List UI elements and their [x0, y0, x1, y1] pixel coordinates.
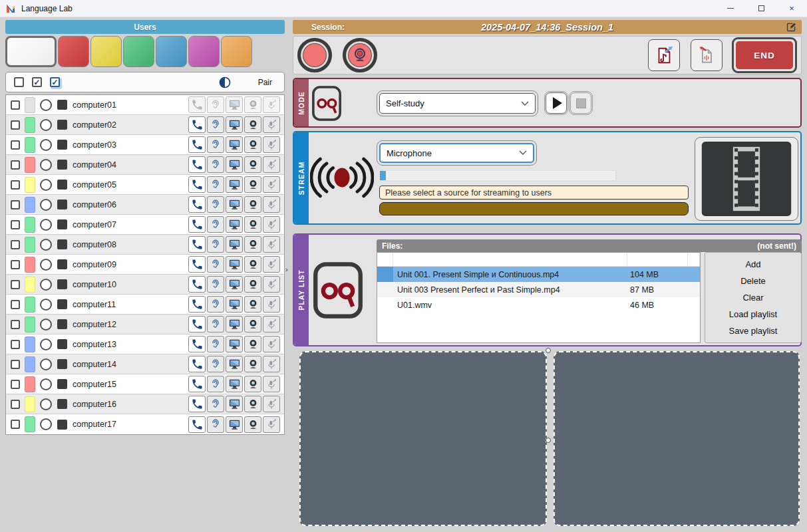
share-mic-button[interactable]	[263, 356, 280, 372]
webcam-button[interactable]	[244, 376, 261, 392]
listen-button[interactable]	[207, 296, 224, 313]
mode-select[interactable]: Self-study	[379, 93, 536, 114]
watch-screen-button[interactable]	[226, 416, 243, 433]
webcam-button[interactable]	[244, 276, 261, 293]
watch-screen-button[interactable]	[226, 316, 243, 332]
webcam-button[interactable]	[244, 136, 261, 153]
video-preview-button[interactable]	[695, 137, 798, 221]
computer-color-chip[interactable]	[25, 257, 35, 273]
listen-button[interactable]	[207, 156, 224, 173]
webcam-button[interactable]	[244, 176, 261, 193]
listen-button[interactable]	[207, 316, 224, 332]
computer-radio[interactable]	[40, 358, 52, 370]
share-mic-button[interactable]	[263, 196, 280, 213]
computer-checkbox[interactable]	[11, 200, 20, 209]
computer-radio[interactable]	[40, 179, 52, 191]
file-row[interactable]: Unit 001. Present Simple и Continuous.mp…	[377, 267, 700, 282]
delete-button[interactable]: Delete	[705, 276, 801, 286]
computer-radio[interactable]	[40, 139, 52, 151]
edit-session-icon[interactable]	[786, 21, 797, 33]
computer-radio[interactable]	[40, 338, 52, 350]
maximize-button[interactable]	[746, 0, 776, 17]
call-button[interactable]	[188, 216, 206, 233]
call-button[interactable]	[188, 156, 206, 173]
watch-screen-button[interactable]	[226, 356, 243, 372]
computer-radio[interactable]	[40, 398, 52, 410]
computer-checkbox[interactable]	[11, 100, 20, 110]
webcam-button[interactable]	[244, 396, 261, 412]
call-button[interactable]	[188, 336, 206, 352]
end-session-button[interactable]: END	[736, 41, 793, 69]
user-color-swatch-yellow[interactable]	[90, 36, 122, 67]
computer-radio[interactable]	[40, 219, 52, 231]
computer-color-chip[interactable]	[25, 277, 35, 293]
select-active-checkbox[interactable]	[50, 77, 60, 87]
webcam-button[interactable]	[244, 216, 261, 233]
computer-radio[interactable]	[40, 299, 52, 311]
user-color-swatch-magenta[interactable]	[188, 36, 220, 67]
listen-button[interactable]	[207, 416, 224, 433]
computer-checkbox[interactable]	[11, 400, 20, 409]
playlist-cassette-icon[interactable]	[313, 261, 363, 322]
share-mic-button[interactable]	[263, 396, 280, 412]
watch-screen-button[interactable]	[226, 156, 243, 173]
splitter-handle-top[interactable]	[546, 348, 551, 353]
computer-checkbox[interactable]	[11, 260, 20, 269]
call-button[interactable]	[188, 116, 206, 133]
computer-radio[interactable]	[40, 99, 52, 111]
clear-button[interactable]: Clear	[705, 293, 801, 303]
record-audio-button[interactable]	[297, 38, 332, 72]
webcam-button[interactable]	[244, 416, 261, 433]
computer-checkbox[interactable]	[11, 360, 20, 369]
watch-screen-button[interactable]	[226, 136, 243, 153]
splitter-handle-middle[interactable]	[546, 438, 551, 443]
call-button[interactable]	[188, 316, 206, 332]
watch-screen-button[interactable]	[226, 336, 243, 352]
computer-color-chip[interactable]	[25, 396, 35, 412]
watch-screen-button[interactable]	[226, 116, 243, 133]
computer-radio[interactable]	[40, 119, 52, 131]
webcam-button[interactable]	[244, 316, 261, 332]
stream-source-select[interactable]: Microphone	[379, 143, 534, 163]
listen-button[interactable]	[207, 116, 224, 133]
play-button[interactable]	[546, 92, 567, 114]
add-button[interactable]: Add	[705, 259, 801, 269]
webcam-button[interactable]	[244, 296, 261, 313]
computer-color-chip[interactable]	[25, 336, 35, 352]
computer-checkbox[interactable]	[11, 140, 20, 150]
user-color-swatch-blue[interactable]	[156, 36, 187, 67]
computer-color-chip[interactable]	[25, 317, 35, 332]
call-button[interactable]	[188, 396, 206, 412]
share-mic-button[interactable]	[263, 376, 280, 392]
watch-screen-button[interactable]	[226, 396, 243, 412]
watch-screen-button[interactable]	[226, 296, 243, 313]
computer-radio[interactable]	[40, 239, 52, 251]
computer-radio[interactable]	[40, 259, 52, 271]
listen-button[interactable]	[207, 136, 224, 153]
call-button[interactable]	[188, 136, 206, 153]
computer-radio[interactable]	[40, 199, 52, 211]
call-button[interactable]	[188, 376, 206, 392]
computer-color-chip[interactable]	[25, 297, 35, 313]
watch-screen-button[interactable]	[226, 196, 243, 213]
watch-screen-button[interactable]	[226, 176, 243, 193]
call-button[interactable]	[188, 276, 206, 293]
listen-button[interactable]	[207, 216, 224, 233]
listen-button[interactable]	[207, 196, 224, 213]
share-mic-button[interactable]	[263, 176, 280, 193]
computer-color-chip[interactable]	[25, 237, 35, 253]
call-button[interactable]	[188, 196, 206, 213]
computer-color-chip[interactable]	[25, 416, 35, 432]
call-button[interactable]	[188, 416, 206, 433]
teacher-screen-drop-zone[interactable]	[299, 351, 547, 526]
watch-screen-button[interactable]	[226, 236, 243, 253]
computer-checkbox[interactable]	[11, 160, 20, 170]
file-row[interactable]: Unit 003 Present Perfect и Past Simple.m…	[377, 282, 700, 297]
watch-screen-button[interactable]	[226, 376, 243, 392]
webcam-button[interactable]	[244, 336, 261, 352]
computer-color-chip[interactable]	[25, 356, 35, 372]
computer-checkbox[interactable]	[11, 180, 20, 190]
select-all-checkbox[interactable]	[32, 77, 42, 87]
share-mic-button[interactable]	[263, 276, 280, 293]
retrieve-recording-button[interactable]	[691, 39, 723, 71]
